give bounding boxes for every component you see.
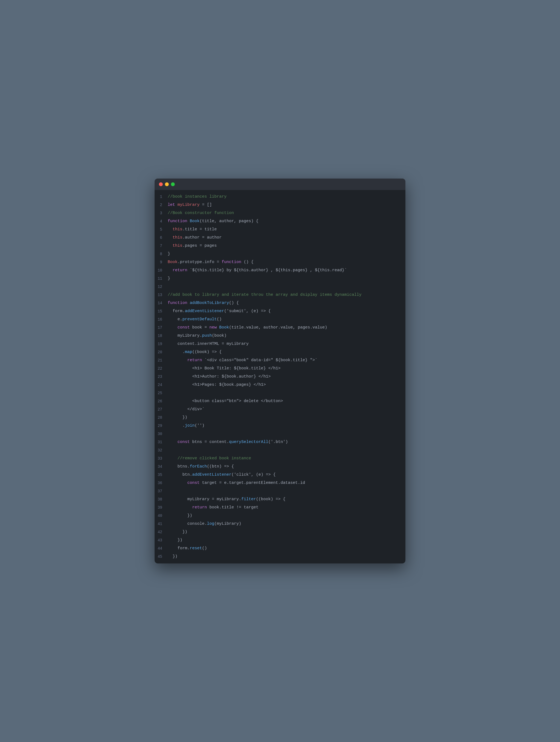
- code-line: 35 btn.addEventListener('click', (e) => …: [155, 471, 405, 479]
- line-content: this.title = title: [168, 226, 405, 233]
- line-number: 1: [155, 193, 168, 201]
- line-content: btns.forEach((btn) => {: [168, 463, 405, 471]
- code-line: 24 <h1>Pages: ${book.pages} </h1>: [155, 381, 405, 389]
- code-line: 1//book instances library: [155, 193, 405, 201]
- line-content: [168, 430, 405, 438]
- line-number: 20: [155, 349, 168, 356]
- line-number: 4: [155, 217, 168, 225]
- line-number: 3: [155, 209, 168, 217]
- line-number: 25: [155, 389, 168, 397]
- line-number: 29: [155, 422, 168, 430]
- line-number: 8: [155, 250, 168, 258]
- line-number: 30: [155, 430, 168, 438]
- code-line: 30: [155, 430, 405, 438]
- line-number: 15: [155, 308, 168, 315]
- code-line: 36 const target = e.target.parentElement…: [155, 479, 405, 487]
- line-number: 38: [155, 495, 168, 503]
- line-content: function Book(title, author, pages) {: [168, 217, 405, 225]
- line-content: [168, 389, 405, 397]
- line-content: function addBookToLibrary() {: [168, 299, 405, 307]
- line-number: 41: [155, 520, 168, 528]
- code-line: 9Book.prototype.info = function () {: [155, 258, 405, 266]
- line-number: 17: [155, 324, 168, 331]
- line-content: [168, 487, 405, 495]
- code-line: 37: [155, 487, 405, 495]
- line-number: 33: [155, 455, 168, 462]
- line-content: }: [168, 275, 405, 282]
- code-line: 45 }): [155, 552, 405, 561]
- line-content: .join(''): [168, 422, 405, 430]
- line-number: 45: [155, 553, 168, 561]
- code-line: 4function Book(title, author, pages) {: [155, 217, 405, 225]
- code-line: 27 </div>`: [155, 405, 405, 414]
- titlebar: [155, 178, 405, 190]
- maximize-button[interactable]: [171, 182, 175, 186]
- line-content: .map((book) => {: [168, 349, 405, 356]
- line-content: return `<div class="book" data-id=" ${bo…: [168, 357, 405, 364]
- line-content: <h1>Author: ${book.author} </h1>: [168, 373, 405, 380]
- line-content: <h1>Pages: ${book.pages} </h1>: [168, 381, 405, 389]
- code-line: 22 <h1> Book Title: ${book.title} </h1>: [155, 364, 405, 373]
- line-content: return `${this.title} by ${this.author} …: [168, 267, 405, 274]
- line-number: 42: [155, 528, 168, 536]
- code-line: 21 return `<div class="book" data-id=" $…: [155, 356, 405, 364]
- code-line: 43 }): [155, 536, 405, 544]
- line-number: 12: [155, 283, 168, 290]
- line-number: 35: [155, 471, 168, 479]
- line-content: this.author = author: [168, 234, 405, 242]
- line-content: myLibrary.push(book): [168, 332, 405, 340]
- code-line: 12: [155, 283, 405, 291]
- line-content: this.pages = pages: [168, 242, 405, 250]
- line-number: 28: [155, 414, 168, 421]
- code-line: 40 }): [155, 512, 405, 520]
- line-content: form.reset(): [168, 545, 405, 552]
- line-number: 11: [155, 275, 168, 282]
- code-line: 3//Book constructor function: [155, 209, 405, 217]
- line-content: Book.prototype.info = function () {: [168, 258, 405, 266]
- code-line: 41 console.log(myLibrary): [155, 520, 405, 528]
- code-line: 26 <button class="btn"> delete </button>: [155, 397, 405, 405]
- code-line: 34 btns.forEach((btn) => {: [155, 463, 405, 471]
- line-number: 10: [155, 267, 168, 274]
- code-line: 38 myLibrary = myLibrary.filter((book) =…: [155, 495, 405, 504]
- code-line: 14function addBookToLibrary() {: [155, 299, 405, 307]
- code-editor[interactable]: 1//book instances library2let myLibrary …: [155, 190, 405, 564]
- editor-window: 1//book instances library2let myLibrary …: [155, 178, 405, 564]
- code-line: 10 return `${this.title} by ${this.autho…: [155, 266, 405, 274]
- line-content: const btns = content.querySelectorAll('.…: [168, 438, 405, 446]
- line-content: }: [168, 250, 405, 258]
- line-content: console.log(myLibrary): [168, 520, 405, 528]
- line-number: 32: [155, 446, 168, 454]
- line-number: 34: [155, 463, 168, 471]
- line-content: const target = e.target.parentElement.da…: [168, 479, 405, 487]
- line-number: 2: [155, 201, 168, 209]
- line-number: 24: [155, 381, 168, 389]
- line-number: 19: [155, 340, 168, 348]
- code-line: 39 return book.title != target: [155, 504, 405, 512]
- line-content: <h1> Book Title: ${book.title} </h1>: [168, 365, 405, 372]
- minimize-button[interactable]: [165, 182, 169, 186]
- line-content: let myLibrary = []: [168, 201, 405, 209]
- line-number: 37: [155, 487, 168, 495]
- line-number: 43: [155, 536, 168, 544]
- code-line: 33 //remove clicked book instance: [155, 455, 405, 463]
- close-button[interactable]: [159, 182, 163, 186]
- line-number: 18: [155, 332, 168, 340]
- line-content: content.innerHTML = myLibrary: [168, 340, 405, 348]
- line-number: 44: [155, 545, 168, 552]
- code-line: 6 this.author = author: [155, 233, 405, 242]
- code-line: 44 form.reset(): [155, 544, 405, 552]
- code-line: 8}: [155, 250, 405, 258]
- line-content: }): [168, 512, 405, 520]
- line-number: 40: [155, 512, 168, 520]
- code-line: 17 const book = new Book(title.value, au…: [155, 324, 405, 332]
- line-content: form.addEventListener('submit', (e) => {: [168, 308, 405, 315]
- line-number: 13: [155, 291, 168, 299]
- code-line: 5 this.title = title: [155, 225, 405, 233]
- line-content: <button class="btn"> delete </button>: [168, 398, 405, 405]
- code-line: 7 this.pages = pages: [155, 242, 405, 250]
- line-content: </div>`: [168, 406, 405, 413]
- line-content: e.preventDefault(): [168, 316, 405, 323]
- code-line: 32: [155, 446, 405, 455]
- line-content: //add book to library and iterate throu …: [168, 291, 405, 299]
